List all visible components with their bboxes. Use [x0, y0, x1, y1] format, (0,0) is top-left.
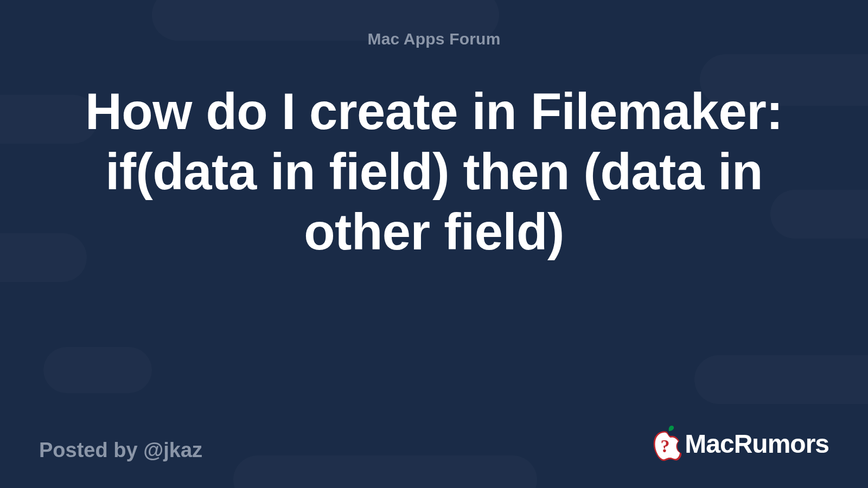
forum-category-label: Mac Apps Forum — [367, 30, 500, 48]
content-area: Mac Apps Forum How do I create in Filema… — [0, 0, 868, 488]
thread-title: How do I create in Filemaker: if(data in… — [84, 82, 784, 262]
